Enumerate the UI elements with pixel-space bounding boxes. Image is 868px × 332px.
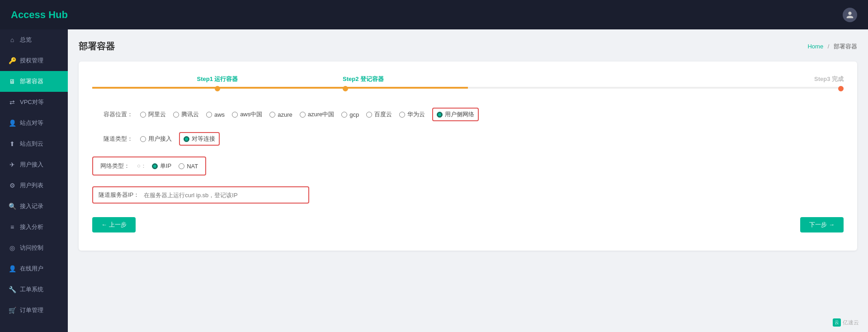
tunnel-user-input[interactable]: 用户接入 bbox=[140, 135, 172, 143]
step-1-dot bbox=[215, 86, 220, 91]
location-radio-group: 阿里云 腾讯云 aws aws中国 azure a bbox=[140, 108, 479, 121]
location-row: 容器位置： 阿里云 腾讯云 aws aws中国 azu bbox=[92, 108, 844, 121]
steps-bar-fill bbox=[92, 87, 468, 89]
sidebar-label-access-log: 接入记录 bbox=[20, 202, 43, 210]
location-aws-cn[interactable]: aws中国 bbox=[232, 110, 262, 119]
sidebar-item-site-cloud[interactable]: ⬆站点到云 bbox=[0, 133, 68, 154]
location-baidu[interactable]: 百度云 bbox=[366, 110, 392, 119]
steps-bar bbox=[92, 87, 844, 89]
network-single-ip[interactable]: 单IP bbox=[152, 162, 171, 170]
sidebar-label-vpc: VPC对等 bbox=[20, 98, 44, 106]
sidebar-item-auth[interactable]: 🔑授权管理 bbox=[0, 50, 68, 71]
step-1-label: Step1 运行容器 bbox=[197, 75, 238, 83]
sidebar-label-auth: 授权管理 bbox=[20, 57, 43, 65]
sidebar-icon-deploy: 🖥 bbox=[8, 78, 16, 85]
network-type-section: 网络类型： ○： 单IP NAT bbox=[92, 157, 206, 175]
sidebar-item-access-analyze[interactable]: ≡接入分析 bbox=[0, 217, 68, 237]
sidebar-item-online-user[interactable]: 👤在线用户 bbox=[0, 258, 68, 279]
sidebar-label-home: 总览 bbox=[20, 36, 32, 44]
sidebar-item-user-list[interactable]: ⚙用户列表 bbox=[0, 175, 68, 196]
tunnel-radio-group: 用户接入 对等连接 bbox=[140, 132, 220, 146]
logo: Access Hub bbox=[11, 9, 68, 21]
sidebar-icon-user-list: ⚙ bbox=[8, 182, 16, 189]
user-avatar[interactable] bbox=[843, 8, 857, 22]
prev-button[interactable]: ← 上一步 bbox=[92, 217, 136, 232]
tunnel-peer[interactable]: 对等连接 bbox=[184, 135, 215, 143]
sidebar-item-system[interactable]: 🔧工单系统 bbox=[0, 279, 68, 300]
step-1: Step1 运行容器 bbox=[92, 75, 343, 91]
main-content: 部署容器 Home / 部署容器 Step1 运行容器 Step2 登记容器 bbox=[68, 29, 868, 332]
main-card: Step1 运行容器 Step2 登记容器 Step3 完成 容器位置： bbox=[79, 62, 857, 251]
steps-container: Step1 运行容器 Step2 登记容器 Step3 完成 bbox=[92, 75, 844, 91]
location-huawei[interactable]: 华为云 bbox=[399, 110, 425, 119]
step-2-dot bbox=[343, 86, 348, 91]
tunnel-peer-highlight: 对等连接 bbox=[179, 132, 220, 146]
sidebar-icon-access-analyze: ≡ bbox=[8, 223, 16, 231]
tunnel-row: 隧道类型： 用户接入 对等连接 bbox=[92, 132, 844, 146]
location-gcp[interactable]: gcp bbox=[341, 111, 359, 118]
logo-accent: Access bbox=[11, 9, 46, 20]
location-user-net[interactable]: 用户侧网络 bbox=[437, 110, 474, 119]
footer-buttons: ← 上一步 下一步 → bbox=[92, 217, 844, 232]
location-aliyun[interactable]: 阿里云 bbox=[140, 110, 166, 119]
ip-section: 隧道服务器IP： bbox=[92, 186, 309, 204]
sidebar-icon-access-log: 🔍 bbox=[8, 203, 16, 210]
breadcrumb-sep: / bbox=[828, 43, 830, 50]
sidebar-item-access-control[interactable]: ◎访问控制 bbox=[0, 237, 68, 258]
sidebar-label-access-analyze: 接入分析 bbox=[20, 223, 43, 231]
step-2: Step2 登记容器 bbox=[343, 75, 593, 91]
sidebar: ⌂总览🔑授权管理🖥部署容器⇄VPC对等👤站点对等⬆站点到云✈用户接入⚙用户列表🔍… bbox=[0, 29, 68, 332]
sidebar-icon-user-access: ✈ bbox=[8, 161, 16, 168]
sidebar-label-order: 订单管理 bbox=[20, 306, 43, 314]
step-3-label: Step3 完成 bbox=[814, 75, 844, 83]
sidebar-icon-order: 🛒 bbox=[8, 307, 16, 314]
step-2-label: Step2 登记容器 bbox=[343, 75, 384, 83]
sidebar-label-system: 工单系统 bbox=[20, 285, 43, 294]
sidebar-icon-site-peer: 👤 bbox=[8, 119, 16, 127]
sidebar-icon-vpc: ⇄ bbox=[8, 99, 16, 106]
network-type-radio-group: 单IP NAT bbox=[152, 162, 198, 170]
sidebar-item-access-log[interactable]: 🔍接入记录 bbox=[0, 196, 68, 217]
sidebar-icon-access-control: ◎ bbox=[8, 244, 16, 251]
tunnel-label: 隧道类型： bbox=[92, 135, 133, 143]
sidebar-label-site-cloud: 站点到云 bbox=[20, 140, 43, 148]
sidebar-item-site-peer[interactable]: 👤站点对等 bbox=[0, 113, 68, 133]
sidebar-label-deploy: 部署容器 bbox=[20, 77, 43, 85]
location-user-net-highlight: 用户侧网络 bbox=[432, 108, 479, 121]
location-label: 容器位置： bbox=[92, 110, 133, 119]
sidebar-label-user-list: 用户列表 bbox=[20, 181, 43, 190]
location-aws[interactable]: aws bbox=[206, 111, 225, 118]
sidebar-item-user-access[interactable]: ✈用户接入 bbox=[0, 154, 68, 175]
breadcrumb-home[interactable]: Home bbox=[807, 43, 823, 50]
location-tencent[interactable]: 腾讯云 bbox=[173, 110, 199, 119]
sidebar-icon-online-user: 👤 bbox=[8, 265, 16, 272]
step-3-dot bbox=[838, 86, 844, 91]
location-azure-cn[interactable]: azure中国 bbox=[300, 110, 335, 119]
footer-brand: 云 亿速云 bbox=[833, 318, 859, 327]
sidebar-item-deploy[interactable]: 🖥部署容器 bbox=[0, 71, 68, 92]
sidebar-icon-system: 🔧 bbox=[8, 286, 16, 293]
breadcrumb-current: 部署容器 bbox=[834, 43, 857, 50]
page-title: 部署容器 bbox=[79, 40, 115, 52]
breadcrumb: Home / 部署容器 bbox=[807, 43, 857, 51]
header: Access Hub bbox=[0, 0, 868, 29]
sidebar-label-online-user: 在线用户 bbox=[20, 265, 43, 273]
network-nat[interactable]: NAT bbox=[179, 163, 198, 170]
sidebar-icon-auth: 🔑 bbox=[8, 57, 16, 64]
sidebar-icon-home: ⌂ bbox=[8, 36, 16, 43]
sidebar-label-access-control: 访问控制 bbox=[20, 244, 43, 252]
page-header: 部署容器 Home / 部署容器 bbox=[79, 40, 857, 52]
sidebar-item-order[interactable]: 🛒订单管理 bbox=[0, 300, 68, 321]
ip-input[interactable] bbox=[144, 192, 303, 199]
sidebar-icon-site-cloud: ⬆ bbox=[8, 140, 16, 147]
sidebar-label-user-access: 用户接入 bbox=[20, 161, 43, 169]
sidebar-item-vpc[interactable]: ⇄VPC对等 bbox=[0, 92, 68, 113]
brand-icon: 云 bbox=[833, 318, 841, 327]
next-button[interactable]: 下一步 → bbox=[800, 217, 844, 232]
location-azure[interactable]: azure bbox=[269, 111, 292, 118]
ip-label: 隧道服务器IP： bbox=[99, 191, 139, 199]
network-type-prefix: ○： bbox=[137, 162, 146, 170]
sidebar-item-home[interactable]: ⌂总览 bbox=[0, 29, 68, 50]
brand-text: 亿速云 bbox=[843, 319, 859, 327]
sidebar-label-site-peer: 站点对等 bbox=[20, 119, 43, 127]
